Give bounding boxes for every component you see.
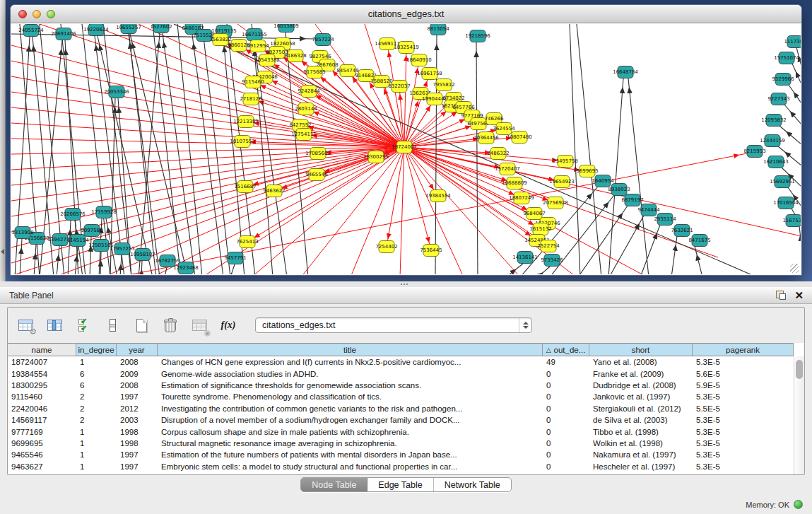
graph-node[interactable]: 7632621 [671, 225, 693, 237]
table-cell: 22420046 [8, 404, 76, 413]
table-row[interactable]: 977716911998Corpus callosum shape and si… [8, 426, 794, 437]
table-cell: 0 [543, 428, 589, 436]
graph-node[interactable]: 7857224 [312, 34, 334, 46]
create-column-button[interactable] [132, 317, 151, 334]
graph-node[interactable]: 15692951 [770, 176, 795, 188]
graph-node[interactable]: 16648784 [613, 66, 638, 78]
graph-node[interactable]: 8471675 [688, 235, 710, 247]
graph-node[interactable]: 18107553 [230, 136, 255, 148]
graph-node[interactable]: 7254402 [375, 241, 397, 253]
graph-node[interactable]: 8322037 [388, 81, 410, 93]
graph-node[interactable]: 16961758 [417, 68, 442, 80]
splitter-grip-icon[interactable] [400, 283, 408, 286]
column-header-out_de[interactable]: △out_de... [543, 343, 589, 356]
tab-edge-table[interactable]: Edge Table [367, 478, 433, 491]
graph-node[interactable]: 7536445 [420, 245, 442, 257]
graph-node[interactable]: 1615132 [529, 223, 551, 235]
window-titlebar[interactable]: citations_edges.txt [11, 5, 801, 23]
graph-node[interactable]: 20053346 [104, 86, 129, 98]
splitter-collapse-arrow-icon[interactable] [1, 249, 4, 255]
graph-node[interactable]: 3313908 [11, 227, 33, 239]
graph-node[interactable]: 16210643 [763, 156, 789, 168]
table-selector-dropdown[interactable]: citations_edges.txt [255, 317, 532, 333]
graph-node[interactable]: 10688809 [502, 177, 527, 189]
select-columns-button[interactable]: ✔✔ [74, 317, 93, 334]
tab-node-table[interactable]: Node Table [301, 478, 367, 491]
control-panel-splitter[interactable] [0, 0, 6, 281]
network-canvas[interactable]: 2405572420691406192206241065525715276026… [11, 24, 801, 274]
graph-node[interactable]: 1117304 [784, 36, 801, 48]
graph-node[interactable]: 1516687 [234, 181, 256, 193]
graph-node[interactable]: 8813054 [427, 24, 449, 35]
graph-node[interactable]: 9463627 [263, 185, 285, 197]
function-builder-button[interactable]: f(x) [219, 317, 237, 334]
graph-node[interactable]: 18640910 [406, 54, 432, 66]
graph-node[interactable]: 19218596 [465, 30, 490, 42]
window-resize-grip[interactable] [790, 264, 799, 273]
graph-node[interactable]: 9329966 [772, 74, 794, 86]
column-header-pagerank[interactable]: pagerank [693, 343, 794, 356]
graph-node[interactable]: 19384554 [425, 190, 451, 202]
column-header-name[interactable]: name [8, 343, 76, 356]
graph-node[interactable]: 12093832 [761, 115, 787, 127]
table-row[interactable]: 946554611997Estimation of the future num… [8, 449, 794, 460]
graph-node[interactable]: 1640954 [592, 175, 614, 187]
graph-node[interactable]: 13942737 [47, 234, 73, 246]
column-header-title[interactable]: title [158, 343, 543, 356]
horizontal-splitter[interactable] [0, 281, 812, 287]
table-row[interactable]: 2242004622012Investigating the contribut… [8, 403, 794, 414]
table-row[interactable]: 1830029562008Estimation of significance … [8, 380, 794, 391]
table-row[interactable]: 1938455462009Genome-wide association stu… [8, 368, 794, 379]
scrollbar-thumb[interactable] [796, 360, 803, 379]
graph-node[interactable]: 9457791 [224, 252, 246, 264]
vertical-scrollbar[interactable] [794, 356, 804, 474]
show-columns-button[interactable] [45, 317, 64, 334]
graph-node[interactable]: 17016504 [773, 197, 799, 209]
column-header-year[interactable]: year [117, 343, 158, 356]
graph-node[interactable]: 2935114 [654, 214, 676, 226]
graph-node[interactable]: 7486322 [487, 148, 509, 160]
graph-node[interactable]: 20206576 [60, 209, 86, 221]
table-mode-button[interactable]: ⚙ [16, 317, 35, 334]
graph-node[interactable]: 1167533 [782, 215, 801, 227]
graph-node[interactable]: 12444159 [760, 135, 785, 147]
graph-node[interactable]: 2522754 [537, 240, 560, 252]
table-row[interactable]: 911546021997Tourette syndrome. Phenomeno… [8, 391, 794, 402]
column-header-in_degree[interactable]: in_degree [76, 343, 117, 356]
column-header-short[interactable]: short [589, 343, 693, 356]
table-cell: 2012 [117, 404, 158, 413]
table-row[interactable]: 1872400712008Changes of HCN gene express… [8, 356, 794, 368]
graph-node[interactable]: 9175685 [303, 66, 325, 78]
tab-network-table[interactable]: Network Table [434, 478, 511, 491]
graph-node[interactable]: 19654923 [549, 176, 575, 188]
close-panel-icon[interactable]: ✕ [794, 290, 804, 300]
delete-column-button[interactable] [161, 317, 180, 334]
graph-node[interactable]: 19220624 [83, 24, 109, 36]
table-row[interactable]: 1456911722003Disruption of a novel membe… [8, 414, 794, 426]
graph-node[interactable]: 20691406 [51, 28, 76, 40]
graph-node[interactable]: 2803144 [295, 103, 317, 115]
graph-node[interactable]: 7955812 [433, 79, 454, 91]
graph-node[interactable]: 9699695 [576, 165, 598, 177]
graph-node[interactable]: 20756928 [543, 197, 568, 209]
graph-node[interactable]: 8215953 [743, 146, 765, 158]
graph-node[interactable]: 8186328 [284, 50, 306, 62]
graph-node[interactable]: 8938923 [608, 184, 630, 196]
graph-node[interactable]: 9115460 [242, 76, 264, 88]
table-row[interactable]: 969969511998Structural magnetic resonanc… [8, 438, 794, 449]
row-height-button[interactable] [103, 317, 122, 334]
graph-node[interactable]: 10655257 [116, 24, 141, 34]
graph-node[interactable]: 7625413 [236, 236, 258, 248]
graph-node[interactable]: 17359928 [91, 206, 117, 218]
table-row[interactable]: 946362711997Embryonic stem cells: a mode… [8, 461, 794, 472]
graph-node[interactable]: 15751074 [774, 52, 799, 64]
graph-node[interactable]: 9227343 [767, 93, 789, 105]
table-cell: 2 [76, 392, 117, 401]
graph-node[interactable]: 25495758 [553, 156, 578, 168]
float-panel-icon[interactable] [776, 291, 786, 300]
memory-indicator-icon[interactable] [794, 500, 803, 509]
graph-node[interactable]: 16033809 [273, 24, 299, 33]
graph-node[interactable]: 9474444 [637, 204, 660, 216]
table-panel-title: Table Panel [9, 291, 54, 300]
graph-node[interactable]: 6879197 [621, 194, 643, 206]
